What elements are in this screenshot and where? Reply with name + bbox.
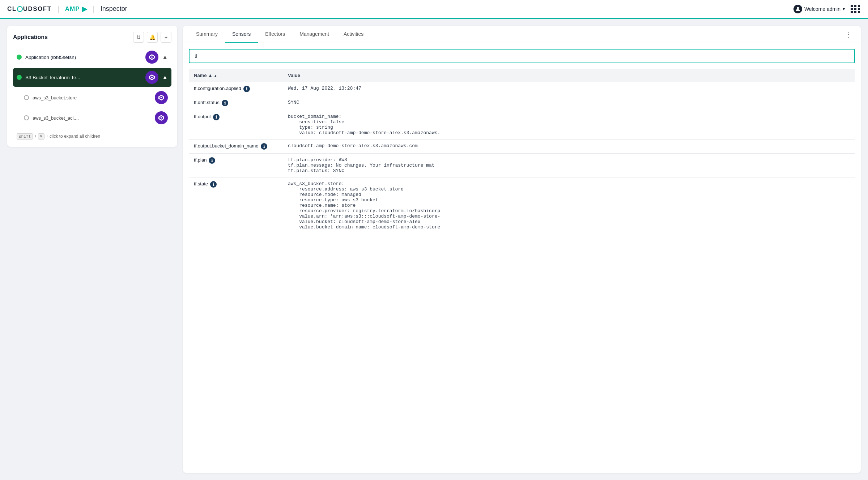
user-avatar-icon <box>793 5 802 13</box>
topnav-right: Welcome admin ▾ <box>793 5 861 13</box>
info-icon[interactable]: ℹ <box>210 181 217 188</box>
table-row: tf.drift.status ℹ SYNC <box>189 96 855 110</box>
col-header-value: Value <box>283 69 855 82</box>
expand-hint: shift + ⌘ + click to expand all children <box>13 132 171 141</box>
sensor-value-cell: bucket_domain_name: sensitive: false typ… <box>283 110 855 140</box>
tab-management[interactable]: Management <box>292 26 336 43</box>
child-name-2: aws_s3_bucket_acl.... <box>33 115 151 121</box>
status-dot-green2 <box>17 75 22 80</box>
sidebar-actions: ⇅ 🔔 + <box>133 32 171 43</box>
plus-text: + <box>34 134 38 139</box>
sensor-name-cell: tf.state ℹ <box>189 177 283 234</box>
children-list: aws_s3_bucket.store aws_s3_bucket_acl...… <box>13 88 171 127</box>
sidebar: Applications ⇅ 🔔 + Application (lbf85sef… <box>7 26 177 147</box>
content-panel: Summary Sensors Effectors Management Act… <box>183 26 861 473</box>
logo-sep2: | <box>93 5 95 13</box>
svg-point-0 <box>797 7 799 9</box>
sensor-name-text: tf.output <box>194 114 211 119</box>
sensor-value-cell: cloudsoft-amp-demo-store-alex.s3.amazona… <box>283 140 855 154</box>
apps-grid-icon[interactable] <box>851 5 861 13</box>
app-name-selected: S3 Bucket Terraform Te... <box>25 75 142 80</box>
sensor-value-cell: tf.plan.provider: AWS tf.plan.message: N… <box>283 154 855 177</box>
sensor-value-cell: aws_s3_bucket.store: resource.address: a… <box>283 177 855 234</box>
sensor-value-cell: Wed, 17 Aug 2022, 13:28:47 <box>283 82 855 96</box>
col-header-name[interactable]: Name ▲ <box>189 69 283 82</box>
child-avatar-2 <box>155 111 168 124</box>
info-icon[interactable]: ℹ <box>261 143 267 150</box>
child-item-2[interactable]: aws_s3_bucket_acl.... <box>20 108 171 127</box>
sensor-name-text: tf.plan <box>194 157 207 163</box>
table-row: tf.configuration.applied ℹ Wed, 17 Aug 2… <box>189 82 855 96</box>
user-label: Welcome admin <box>804 6 841 12</box>
add-button[interactable]: + <box>161 32 171 43</box>
status-dot-gray2 <box>24 115 29 120</box>
cmd-kbd: ⌘ <box>38 133 45 140</box>
sidebar-header: Applications ⇅ 🔔 + <box>13 32 171 43</box>
topnav: CLUDSOFT | AMP ▶ | Inspector Welcome adm… <box>0 0 868 19</box>
search-input[interactable] <box>189 49 855 63</box>
status-dot-gray1 <box>24 95 29 100</box>
sensor-name-cell: tf.output ℹ <box>189 110 283 140</box>
plus-icon: + <box>165 34 167 40</box>
content-body: Name ▲ Value tf.configuration.applied ℹ … <box>183 43 861 473</box>
bell-button[interactable]: 🔔 <box>147 32 158 43</box>
sensor-name-text: tf.output.bucket_domain_name <box>194 143 259 149</box>
amp-arrow-icon: ▶ <box>82 5 87 13</box>
table-row: tf.output.bucket_domain_name ℹ cloudsoft… <box>189 140 855 154</box>
table-row: tf.output ℹ bucket_domain_name: sensitiv… <box>189 110 855 140</box>
sensor-value-cell: SYNC <box>283 96 855 110</box>
logo-sep: | <box>58 5 59 13</box>
sensor-name-text: tf.state <box>194 181 208 187</box>
tabs-more-button[interactable]: ⋮ <box>842 27 855 42</box>
tab-summary[interactable]: Summary <box>189 26 225 43</box>
app-item-app2[interactable]: S3 Bucket Terraform Te... ▲ <box>13 68 171 87</box>
child-avatar-1 <box>155 91 168 104</box>
tab-sensors[interactable]: Sensors <box>225 26 258 43</box>
info-icon[interactable]: ℹ <box>243 86 250 92</box>
app-item-app1[interactable]: Application (lbf85sefsn) ▲ <box>13 48 171 67</box>
tabs-row: Summary Sensors Effectors Management Act… <box>183 26 861 43</box>
sensor-name-text: tf.drift.status <box>194 100 220 105</box>
info-icon[interactable]: ℹ <box>222 100 228 106</box>
sort-icon: ⇅ <box>136 34 141 40</box>
logo-area: CLUDSOFT | AMP ▶ | Inspector <box>7 5 127 13</box>
user-dropdown-icon: ▾ <box>843 7 845 12</box>
sensor-name-text: tf.configuration.applied <box>194 86 241 91</box>
info-icon[interactable]: ℹ <box>213 114 220 120</box>
app-avatar-selected <box>145 71 158 84</box>
inspector-label: Inspector <box>101 5 127 13</box>
bell-icon: 🔔 <box>149 34 156 40</box>
user-menu[interactable]: Welcome admin ▾ <box>793 5 845 13</box>
cloudsoft-logo: CLUDSOFT <box>7 5 52 13</box>
tab-effectors[interactable]: Effectors <box>258 26 292 43</box>
sensor-name-cell: tf.drift.status ℹ <box>189 96 283 110</box>
table-row: tf.plan ℹ tf.plan.provider: AWS tf.plan.… <box>189 154 855 177</box>
expand-button-app2[interactable]: ▲ <box>162 74 168 81</box>
child-item-1[interactable]: aws_s3_bucket.store <box>20 88 171 107</box>
sensors-table: Name ▲ Value tf.configuration.applied ℹ … <box>189 69 855 233</box>
status-dot-green <box>17 55 22 60</box>
amp-logo: AMP <box>65 5 80 13</box>
sensor-name-cell: tf.output.bucket_domain_name ℹ <box>189 140 283 154</box>
sort-button[interactable]: ⇅ <box>133 32 144 43</box>
child-name-1: aws_s3_bucket.store <box>33 95 151 100</box>
info-icon[interactable]: ℹ <box>209 157 215 164</box>
tab-activities[interactable]: Activities <box>336 26 371 43</box>
table-row: tf.state ℹ aws_s3_bucket.store: resource… <box>189 177 855 234</box>
app-name: Application (lbf85sefsn) <box>25 55 142 60</box>
shift-kbd: shift <box>17 133 33 140</box>
sensor-name-cell: tf.configuration.applied ℹ <box>189 82 283 96</box>
sensor-name-cell: tf.plan ℹ <box>189 154 283 177</box>
app-avatar <box>145 51 158 64</box>
sidebar-title: Applications <box>13 34 48 40</box>
expand-button-app1[interactable]: ▲ <box>162 54 168 60</box>
expand-hint-text: + click to expand all children <box>46 134 100 139</box>
main-layout: Applications ⇅ 🔔 + Application (lbf85sef… <box>0 19 868 480</box>
